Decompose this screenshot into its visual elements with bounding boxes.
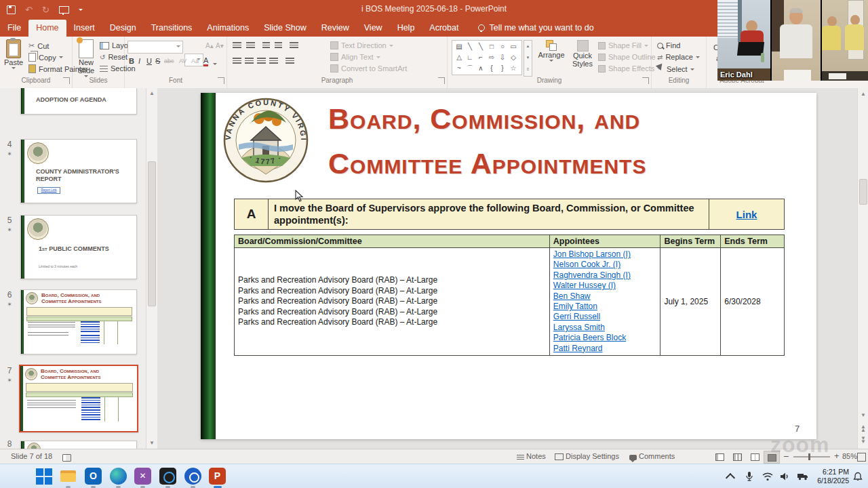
tab-transitions[interactable]: Transitions [144, 20, 200, 37]
convert-smartart-button[interactable]: Convert to SmartArt [330, 64, 407, 73]
replace-button[interactable]: ⇄ Replace [657, 53, 700, 61]
scroll-up-icon[interactable]: ▲ [146, 90, 157, 96]
thumbnail-scrollbar[interactable]: ▲ ▼ [146, 88, 157, 449]
zoom-in-button[interactable]: + [834, 451, 840, 461]
appointee-link[interactable]: Laryssa Smith [553, 323, 657, 333]
bold-button[interactable]: B [129, 57, 134, 65]
increase-indent-icon[interactable] [275, 42, 282, 49]
appointee-link[interactable]: Patti Reynard [553, 344, 657, 354]
shadow-strike-button[interactable]: S [155, 57, 160, 65]
align-left-icon[interactable] [233, 58, 241, 65]
appointee-link[interactable]: Gerri Russell [553, 312, 657, 322]
text-direction-button[interactable]: Text Direction [330, 41, 393, 49]
clipboard-dialog-launcher[interactable] [63, 77, 70, 84]
appointee-link[interactable]: Walter Hussey (I) [553, 281, 657, 291]
appointee-link[interactable]: Raghvendra Singh (I) [553, 270, 657, 281]
bullets-icon[interactable] [233, 42, 241, 49]
paste-button[interactable]: Paste [3, 39, 24, 71]
zoom-out-button[interactable]: − [783, 451, 789, 462]
wifi-icon[interactable] [762, 464, 773, 488]
thumbnail-slide-3-partial[interactable]: ADOPTION OF AGENDA [20, 88, 137, 115]
font-name-combo[interactable] [127, 41, 183, 54]
tab-help[interactable]: Help [390, 20, 422, 37]
strikethrough-button[interactable]: abc [164, 58, 174, 64]
notification-bell-icon[interactable] [853, 464, 863, 488]
shape-fill-button[interactable]: Shape Fill [598, 41, 648, 49]
motion-link[interactable]: Link [736, 209, 757, 220]
select-button[interactable]: Select [657, 64, 694, 74]
zoom-slider[interactable] [793, 456, 830, 458]
fit-slide-button[interactable] [857, 453, 866, 462]
tab-review[interactable]: Review [314, 20, 357, 37]
copy-button[interactable]: Copy [28, 53, 63, 62]
start-button[interactable] [35, 468, 54, 486]
file-explorer-icon[interactable] [60, 468, 77, 485]
paragraph-dialog-launcher[interactable] [438, 77, 445, 84]
find-button[interactable]: Find [657, 41, 680, 49]
justify-icon[interactable] [269, 58, 278, 65]
scroll-up-icon[interactable]: ▲ [858, 91, 868, 97]
new-slide-button[interactable]: New Slide [74, 39, 98, 79]
powerpoint-icon[interactable]: P [209, 468, 226, 485]
edge-browser-icon[interactable] [110, 468, 127, 485]
decrease-indent-icon[interactable] [262, 42, 270, 49]
normal-view-button[interactable] [712, 451, 727, 462]
tell-me-box[interactable]: Tell me what you want to do [466, 20, 600, 37]
tab-insert[interactable]: Insert [66, 20, 102, 37]
tab-slide-show[interactable]: Slide Show [256, 20, 314, 37]
zoom-slider-thumb[interactable] [808, 453, 810, 460]
thumbnail-slide-5[interactable]: 1st PUBLIC COMMENTS Limited to 3 minutes… [20, 215, 137, 279]
previous-slide-icon[interactable]: ▲▲ [858, 425, 868, 432]
tab-view[interactable]: View [357, 20, 390, 37]
slide-sorter-view-button[interactable] [730, 451, 745, 462]
font-color-caret-icon[interactable] [213, 63, 217, 67]
outlook-icon[interactable]: O [85, 468, 102, 485]
camera-app-icon[interactable] [159, 468, 176, 485]
shapes-gallery[interactable]: ▤╲╲□○▭ △∟⌐⇨⇩◇ ~⌒∧{}☆ [452, 40, 522, 75]
scroll-down-icon[interactable]: ▼ [146, 440, 157, 446]
purple-app-icon[interactable]: ✕ [134, 468, 151, 485]
grow-font-icon[interactable]: A▴ [205, 42, 214, 49]
display-settings-button[interactable]: Display Settings [555, 452, 619, 460]
microphone-icon[interactable] [745, 464, 754, 488]
system-clock[interactable]: 6:21 PM 6/18/2025 [814, 464, 849, 488]
tab-file[interactable]: File [0, 20, 28, 37]
blue-app-icon[interactable] [184, 468, 201, 485]
slideshow-view-button[interactable] [764, 451, 780, 464]
speaker-icon[interactable] [780, 464, 790, 488]
appointee-link[interactable]: Patricia Beers Block [553, 333, 657, 343]
align-text-button[interactable]: Align Text [330, 53, 380, 61]
columns-icon[interactable] [285, 58, 294, 65]
reading-view-button[interactable] [747, 451, 762, 462]
font-color-button[interactable]: A [203, 57, 208, 66]
next-slide-icon[interactable]: ▼▼ [858, 436, 868, 443]
truck-icon[interactable] [797, 464, 809, 488]
thumbnail-slide-7-selected[interactable]: Board, Commission, and Committee Appoint… [19, 365, 138, 432]
italic-button[interactable]: I [138, 57, 140, 65]
spellcheck-icon[interactable] [62, 453, 71, 462]
tab-animations[interactable]: Animations [199, 20, 256, 37]
comments-toggle[interactable]: Comments [629, 452, 675, 460]
tab-home[interactable]: Home [28, 20, 66, 37]
scroll-down-icon[interactable]: ▼ [858, 412, 868, 418]
align-right-icon[interactable] [257, 58, 266, 65]
appointee-link[interactable]: Nelson Cook Jr. (I) [553, 260, 657, 270]
arrange-button[interactable]: Arrange [536, 40, 567, 64]
tray-expand-chevron-icon[interactable] [727, 464, 734, 488]
notes-toggle[interactable]: Notes [517, 452, 546, 460]
drawing-dialog-launcher[interactable] [642, 77, 649, 84]
appointee-link[interactable]: Jon Bishop Larson (I) [553, 249, 657, 260]
appointee-link[interactable]: Ben Shaw [553, 291, 657, 302]
slide-editing-surface[interactable]: FLUVANNA COUNTY VIRGINIA · 1777 · Board,… [201, 93, 816, 439]
shrink-font-icon[interactable]: A▾ [216, 42, 224, 49]
line-spacing-icon[interactable] [290, 42, 298, 49]
reset-button[interactable]: ↺ Reset [100, 53, 127, 61]
appointee-link[interactable]: Emily Tatton [553, 302, 657, 312]
align-center-icon[interactable] [245, 58, 254, 65]
change-case-button[interactable]: Aa [191, 58, 199, 64]
quick-styles-button[interactable]: Quick Styles [570, 40, 595, 68]
scrollbar-thumb[interactable] [859, 179, 867, 205]
thumbnail-slide-6[interactable]: Board, Commission, and Committee Appoint… [20, 289, 137, 354]
main-scrollbar[interactable]: ▲ ▼ ▲▲ ▼▼ [857, 88, 868, 449]
scrollbar-thumb[interactable] [148, 161, 156, 306]
